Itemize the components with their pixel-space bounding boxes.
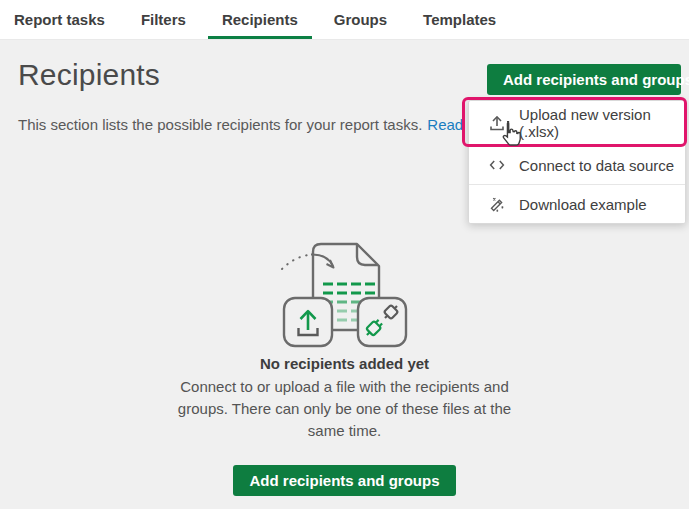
content-area: Recipients This section lists the possib… [0,40,689,509]
menu-item-download-example[interactable]: Download example [469,185,685,223]
menu-item-label: Upload new version (.xlsx) [519,106,685,140]
page-title: Recipients [18,58,160,92]
empty-state-description: Connect to or upload a file with the rec… [177,376,513,442]
empty-state-title: No recipients added yet [260,355,429,372]
magic-wand-icon [488,195,506,213]
menu-item-upload-new-version[interactable]: Upload new version (.xlsx) [469,101,685,145]
menu-item-label: Connect to data source [519,157,674,174]
upload-icon [488,114,506,132]
tab-recipients[interactable]: Recipients [208,0,312,39]
tab-bar: Report tasks Filters Recipients Groups T… [0,0,689,40]
code-icon [488,156,506,174]
add-recipients-dropdown-menu: Upload new version (.xlsx) Connect to da… [468,100,686,224]
upload-or-connect-illustration [275,238,415,350]
add-recipients-button-top[interactable]: Add recipients and groups [487,64,681,95]
tab-templates[interactable]: Templates [409,0,510,39]
tab-filters[interactable]: Filters [127,0,200,39]
empty-state: No recipients added yet Connect to or up… [0,238,689,496]
tab-groups[interactable]: Groups [320,0,401,39]
page-subtitle: This section lists the possible recipien… [18,116,521,133]
menu-item-label: Download example [519,196,647,213]
tab-report-tasks[interactable]: Report tasks [0,0,119,39]
subtitle-text: This section lists the possible recipien… [18,116,422,133]
add-recipients-button-bottom[interactable]: Add recipients and groups [233,465,455,496]
menu-item-connect-data-source[interactable]: Connect to data source [469,146,685,184]
